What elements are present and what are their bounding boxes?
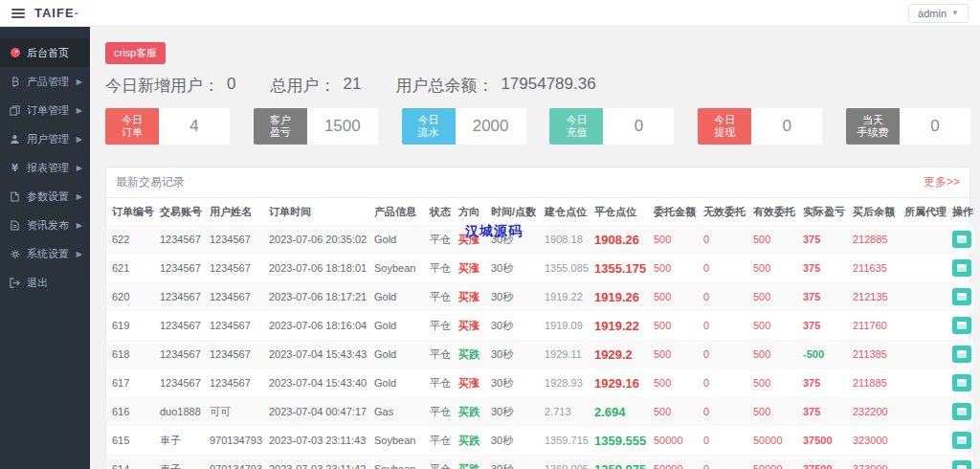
cell-status: 平仓 [424, 282, 453, 311]
summary-card-4: 今日提现0 [698, 108, 822, 145]
cell-open: 1929.11 [539, 340, 589, 368]
cell-status: 平仓 [424, 426, 453, 455]
cell-balance: 211760 [847, 311, 899, 340]
cell-open: 1919.09 [539, 311, 589, 340]
sidebar-item-label: 系统设置 [27, 247, 75, 261]
order-detail-button[interactable] [952, 231, 971, 248]
stat-label: 总用户： [270, 75, 335, 97]
dashboard-icon [8, 47, 22, 58]
cell-status: 平仓 [424, 225, 453, 254]
table-title: 最新交易记录 [116, 174, 185, 190]
cell-agent [899, 282, 947, 311]
cell-name: 1234567 [204, 282, 263, 311]
table-row: 614車子9701347932023-07-03 23:11:42Soybean… [106, 455, 973, 469]
column-header: 所属代理 [899, 198, 947, 225]
sidebar-item-0[interactable]: 后台首页 [0, 38, 90, 67]
cell-time: 2023-07-03 23:11:42 [263, 455, 368, 469]
cell-direction: 买涨 [453, 311, 485, 340]
cell-profit: 375 [797, 311, 847, 340]
cell-balance: 212135 [847, 282, 899, 311]
detail-icon [957, 379, 967, 387]
column-header: 有效委托 [747, 198, 797, 225]
table-row: 617123456712345672023-07-04 15:43:40Gold… [106, 368, 973, 397]
sidebar-item-4[interactable]: ¥报表管理▶ [0, 153, 90, 182]
card-label: 今日充值 [549, 108, 603, 145]
sidebar-item-1[interactable]: 产品管理▶ [0, 67, 90, 96]
cell-name: 1234567 [204, 368, 263, 397]
cell-id: 614 [106, 455, 154, 469]
sidebar-item-label: 报表管理 [27, 161, 75, 175]
order-detail-button[interactable] [952, 317, 971, 334]
chevron-right-icon: ▶ [77, 78, 82, 86]
cell-balance: 232200 [847, 397, 899, 426]
column-header: 平仓点位 [589, 198, 648, 225]
cell-action [947, 455, 973, 469]
more-link[interactable]: 更多>> [924, 174, 960, 190]
cell-open: 1360.005 [539, 455, 589, 469]
cell-profit: 37500 [797, 426, 847, 455]
stat-pair-1: 总用户：21 [270, 75, 361, 97]
detail-icon [957, 408, 967, 415]
card-label: 今日流水 [402, 108, 456, 145]
order-detail-button[interactable] [952, 374, 971, 391]
cell-invalid: 0 [698, 311, 747, 340]
crisp-support-button[interactable]: crisp客服 [105, 42, 166, 64]
sidebar-item-5[interactable]: 参数设置▶ [0, 182, 90, 211]
system-icon [8, 248, 22, 259]
cell-direction: 买涨 [453, 254, 485, 282]
cell-amount: 50000 [648, 426, 698, 455]
cell-action [947, 311, 973, 340]
cell-valid: 500 [747, 340, 797, 368]
cell-id: 618 [106, 340, 154, 368]
cell-time: 2023-07-06 18:16:04 [263, 311, 368, 340]
cell-name: 1234567 [204, 225, 263, 254]
cell-direction: 买跌 [453, 426, 485, 455]
cell-time: 2023-07-06 18:18:01 [263, 254, 368, 282]
cell-product: Soybean [368, 254, 424, 282]
cell-amount: 500 [648, 397, 698, 426]
cell-id: 617 [106, 368, 154, 397]
cell-status: 平仓 [424, 254, 453, 282]
cell-id: 622 [106, 225, 154, 254]
table-row: 618123456712345672023-07-04 15:43:43Gold… [106, 340, 973, 368]
cell-balance: 211885 [847, 368, 899, 397]
orders-icon [8, 104, 22, 116]
order-detail-button[interactable] [952, 346, 971, 363]
stat-cards: 今日订单4客户盈亏1500今日流水2000今日充值0今日提现0当天手续费0 [105, 108, 970, 145]
sidebar-item-6[interactable]: 资讯发布▶ [0, 211, 90, 239]
cell-close: 1919.26 [589, 282, 648, 311]
product-icon [8, 76, 22, 87]
summary-card-1: 客户盈亏1500 [254, 108, 378, 145]
order-detail-button[interactable] [952, 432, 971, 449]
cell-balance: 373000 [847, 455, 899, 469]
menu-toggle-icon[interactable] [11, 9, 25, 18]
sidebar-item-2[interactable]: 订单管理▶ [0, 96, 90, 124]
sidebar-item-3[interactable]: 用户管理▶ [0, 124, 90, 153]
cell-agent [899, 340, 947, 368]
cell-valid: 500 [747, 397, 797, 426]
order-detail-button[interactable] [952, 288, 971, 305]
user-menu-button[interactable]: admin ▼ [908, 4, 969, 23]
summary-card-0: 今日订单4 [105, 108, 230, 145]
table-row: 619123456712345672023-07-06 18:16:04Gold… [106, 311, 973, 340]
cell-invalid: 0 [698, 340, 747, 368]
order-detail-button[interactable] [952, 460, 971, 469]
cell-action [947, 368, 973, 397]
order-detail-button[interactable] [952, 403, 971, 420]
cell-amount: 500 [648, 282, 698, 311]
cell-product: Soybean [368, 426, 424, 455]
cell-open: 1919.22 [539, 282, 589, 311]
order-detail-button[interactable] [952, 259, 971, 277]
chevron-right-icon: ▶ [77, 164, 82, 172]
cell-close: 1929.16 [589, 368, 648, 397]
cell-time: 2023-07-04 00:47:17 [263, 397, 368, 426]
column-header: 委托金额 [648, 198, 698, 225]
cell-valid: 500 [747, 311, 797, 340]
sidebar-item-7[interactable]: 系统设置▶ [0, 239, 90, 268]
cell-account: 1234567 [154, 282, 204, 311]
cell-status: 平仓 [424, 311, 453, 340]
cell-name: 970134793 [204, 455, 263, 469]
summary-card-2: 今日流水2000 [402, 108, 526, 145]
cell-valid: 500 [747, 282, 797, 311]
sidebar-item-8[interactable]: 退出 [0, 268, 90, 297]
